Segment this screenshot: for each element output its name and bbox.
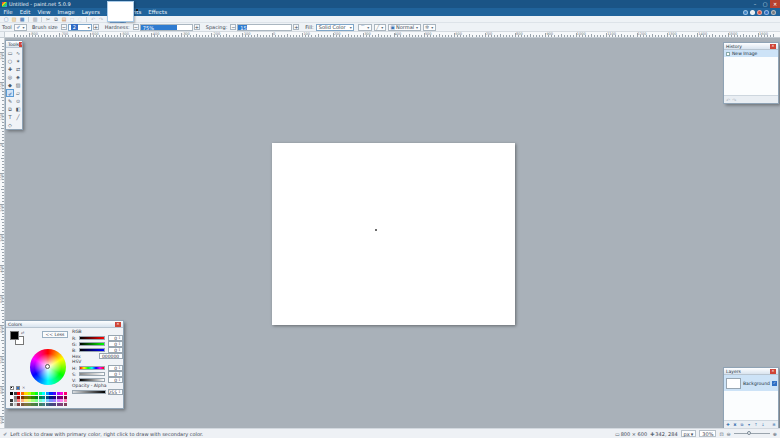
cut-button[interactable]: ✂: [44, 16, 52, 23]
layer-visibility-checkbox[interactable]: ✓: [772, 381, 777, 386]
menu-effects[interactable]: Effects: [145, 8, 171, 16]
duplicate-layer-button[interactable]: ⧉: [739, 422, 745, 428]
colors-panel-toggle-icon[interactable]: [757, 10, 762, 15]
close-icon[interactable]: ✕: [770, 369, 776, 374]
close-icon[interactable]: ✕: [770, 44, 776, 49]
paint-bucket-tool[interactable]: ◆: [6, 81, 14, 89]
line-curve-tool[interactable]: ╱: [14, 113, 22, 121]
remove-color-icon[interactable]: ✕: [22, 386, 25, 390]
zoom-slider[interactable]: [734, 430, 770, 437]
saturation-slider[interactable]: [79, 372, 105, 376]
text-tool[interactable]: T: [6, 113, 14, 121]
undo-icon[interactable]: ↶: [726, 97, 730, 103]
ellipse-select-tool[interactable]: ○: [6, 57, 14, 65]
color-picker-tool[interactable]: ⊙: [14, 97, 22, 105]
close-icon[interactable]: ✕: [19, 42, 22, 47]
pencil-tool[interactable]: ✎: [6, 97, 14, 105]
clone-stamp-tool[interactable]: ⧉: [6, 105, 14, 113]
merge-layer-down-button[interactable]: ▾: [746, 422, 752, 428]
copy-button[interactable]: ⧉: [52, 16, 60, 23]
spacing-decrease-button[interactable]: −: [230, 24, 236, 30]
fill-style-dropdown[interactable]: Solid Color ▾: [316, 24, 354, 31]
history-item[interactable]: New Image: [724, 50, 778, 57]
hardness-slider[interactable]: 75%: [140, 24, 193, 31]
palette-menu-icon[interactable]: [16, 386, 20, 390]
blend-mode-dropdown[interactable]: ▣ Normal ▾: [388, 24, 421, 31]
shapes-tool[interactable]: ◇: [6, 121, 14, 129]
hardness-increase-button[interactable]: +: [194, 24, 200, 30]
redo-icon[interactable]: ↷: [732, 97, 736, 103]
red-slider[interactable]: [79, 336, 105, 340]
maximize-button[interactable]: ▢: [760, 0, 770, 8]
blue-value-spinner[interactable]: 0 ↕: [108, 347, 123, 353]
spacing-increase-button[interactable]: +: [293, 24, 299, 30]
tools-panel-titlebar[interactable]: Tools ✕: [6, 41, 22, 48]
gradient-tool[interactable]: ▨: [14, 81, 22, 89]
move-layer-down-button[interactable]: ↓: [760, 422, 766, 428]
units-dropdown[interactable]: px ▾: [681, 430, 697, 437]
brush-settings-dropdown[interactable]: ✻ ▾: [423, 24, 436, 31]
hardness-decrease-button[interactable]: −: [133, 24, 139, 30]
primary-color-swatch[interactable]: [10, 331, 19, 340]
close-icon[interactable]: ✕: [115, 322, 121, 327]
green-value-spinner[interactable]: 0 ↕: [108, 341, 123, 347]
hue-slider[interactable]: [79, 366, 105, 370]
colors-panel-titlebar[interactable]: Colors ✕: [6, 321, 123, 328]
saturation-value-spinner[interactable]: 0 ↕: [108, 371, 123, 377]
rectangle-select-tool[interactable]: ▭: [6, 49, 14, 57]
value-value-spinner[interactable]: 0 ↕: [108, 377, 123, 383]
pan-tool[interactable]: ◈: [14, 73, 22, 81]
recolor-tool[interactable]: ◧: [14, 105, 22, 113]
opacity-value-spinner[interactable]: 255 ↕: [108, 389, 123, 395]
minimize-button[interactable]: –: [750, 0, 760, 8]
history-panel-titlebar[interactable]: History ✕: [724, 43, 778, 50]
zoom-tool[interactable]: ◎: [6, 73, 14, 81]
close-button[interactable]: ✕: [770, 0, 780, 8]
palette-swatch-63[interactable]: [64, 403, 67, 406]
hex-input[interactable]: 000000: [99, 353, 123, 359]
brush-size-combo[interactable]: 2 ▾: [68, 24, 92, 31]
new-button[interactable]: ▢: [2, 16, 10, 23]
open-button[interactable]: ▧: [10, 16, 18, 23]
layers-panel-toggle-icon[interactable]: [764, 10, 769, 15]
delete-layer-button[interactable]: ✖: [732, 422, 738, 428]
green-slider[interactable]: [79, 342, 105, 346]
add-layer-button[interactable]: ✚: [725, 422, 731, 428]
default-colors-icon[interactable]: [10, 386, 14, 390]
brush-size-increase-button[interactable]: +: [93, 24, 99, 30]
zoom-level-box[interactable]: 30%: [699, 430, 716, 437]
less-button[interactable]: << Less: [42, 331, 68, 338]
save-button[interactable]: ▩: [18, 16, 26, 23]
blue-slider[interactable]: [79, 348, 105, 352]
zoom-out-icon[interactable]: ⊖: [727, 431, 731, 437]
canvas[interactable]: [272, 143, 515, 325]
swap-colors-icon[interactable]: ⇄: [21, 330, 24, 335]
opacity-slider[interactable]: [72, 390, 106, 394]
color-wheel-cursor[interactable]: [45, 364, 50, 369]
layer-properties-button[interactable]: ✻: [771, 422, 777, 428]
settings-icon[interactable]: [771, 10, 776, 15]
hue-value-spinner[interactable]: 0 ↕: [108, 365, 123, 371]
zoom-slider-thumb[interactable]: [747, 431, 751, 435]
move-layer-up-button[interactable]: ↑: [753, 422, 759, 428]
red-value-spinner[interactable]: 0 ↕: [108, 335, 123, 341]
active-tool-dropdown[interactable]: ✐ ▾: [14, 24, 27, 31]
print-button[interactable]: ▥: [31, 16, 39, 23]
layers-panel-titlebar[interactable]: Layers ✕: [724, 368, 778, 375]
magic-wand-tool[interactable]: ✶: [14, 57, 22, 65]
color-wheel[interactable]: [30, 349, 66, 385]
brush-size-decrease-button[interactable]: −: [61, 24, 67, 30]
move-selection-tool[interactable]: ⇄: [14, 65, 22, 73]
lasso-select-tool[interactable]: ∿: [14, 49, 22, 57]
tools-panel-toggle-icon[interactable]: [743, 10, 748, 15]
move-selected-pixels-tool[interactable]: ✚: [6, 65, 14, 73]
spacing-slider[interactable]: 15%: [237, 24, 292, 31]
value-slider[interactable]: [79, 378, 105, 382]
paintbrush-tool[interactable]: ✐: [6, 89, 14, 97]
layer-row[interactable]: Background✓: [724, 375, 778, 391]
antialiasing-dropdown[interactable]: ⌒ ▾: [358, 24, 372, 31]
zoom-in-icon[interactable]: ⊕: [773, 431, 777, 437]
pixel-sampling-dropdown[interactable]: ╱ ▾: [374, 24, 386, 31]
zoom-to-fit-icon[interactable]: ⊡: [719, 431, 723, 437]
eraser-tool[interactable]: ▱: [14, 89, 22, 97]
